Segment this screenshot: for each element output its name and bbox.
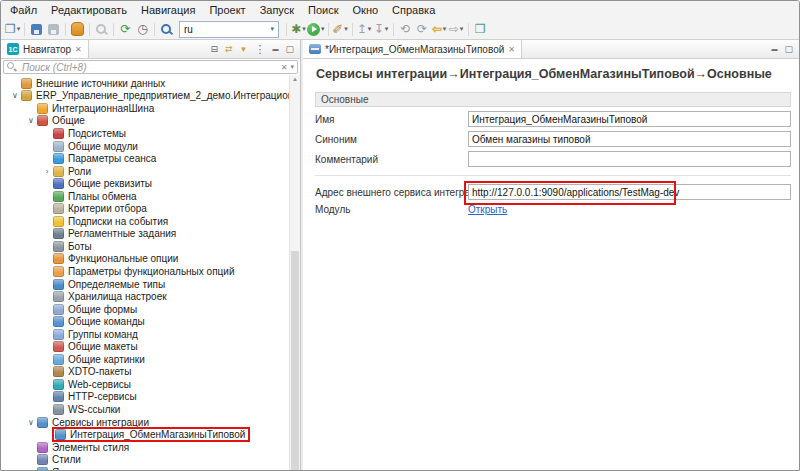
xdto-packages-icon (53, 366, 64, 377)
scroll-up-icon[interactable]: ▲ (290, 76, 300, 82)
back-icon[interactable]: ⟲ (397, 21, 414, 38)
toolbar-separator (65, 23, 66, 36)
tree-expand-arrow-icon[interactable]: ∨ (25, 116, 37, 125)
chevron-down-icon[interactable]: ▾ (290, 63, 294, 71)
tree-item[interactable]: Общие макеты (1, 340, 300, 353)
close-icon[interactable]: ✕ (508, 45, 515, 54)
tree-item[interactable]: › Роли (1, 165, 300, 178)
tree-item[interactable]: Web-сервисы (1, 378, 300, 391)
previous-annotation-icon[interactable]: ↥ (356, 21, 373, 38)
comment-field-label: Комментарий (315, 154, 468, 165)
tree-item[interactable]: Общие модули (1, 140, 300, 153)
tree-item[interactable]: Боты (1, 240, 300, 253)
tree-item[interactable]: Функциональные опции (1, 253, 300, 266)
tree-item[interactable]: Общие команды (1, 315, 300, 328)
open-search-icon[interactable] (158, 21, 175, 38)
maximize-icon[interactable]: ▢ (285, 44, 294, 54)
save-all-icon[interactable] (45, 21, 62, 38)
back-history-icon[interactable]: ⇦ (431, 21, 448, 38)
menu-item[interactable]: Окно (346, 4, 386, 16)
maximize-icon[interactable]: ▢ (784, 44, 793, 54)
run-icon[interactable] (307, 21, 325, 38)
new-wizard-icon[interactable]: ❐ (4, 21, 21, 38)
tree-expand-arrow-icon[interactable]: ∨ (9, 91, 21, 100)
synonym-field[interactable] (468, 131, 791, 147)
tree-item-label: XDTO-пакеты (68, 366, 131, 377)
tree-item[interactable]: ИнтеграционнаяШина (1, 102, 300, 115)
tree-item[interactable]: Общие картинки (1, 353, 300, 366)
forward-icon[interactable]: ⟳ (414, 21, 431, 38)
open-perspective-icon[interactable]: ❐ (472, 21, 489, 38)
tree-item[interactable]: Планы обмена (1, 190, 300, 203)
scheduled-check-icon[interactable]: ◷ (134, 21, 151, 38)
menu-item[interactable]: Навигация (134, 4, 202, 16)
validate-icon[interactable] (93, 21, 110, 38)
update-db-configuration-icon[interactable] (69, 21, 86, 38)
minimize-icon[interactable]: ▬ (272, 46, 278, 52)
open-module-link[interactable]: Открыть (468, 204, 507, 215)
tree-item[interactable]: Общие реквизиты (1, 177, 300, 190)
tree-expand-arrow-icon[interactable]: ∨ (25, 418, 37, 427)
tree-item-content: Общие модули (53, 141, 138, 152)
tree-item[interactable]: Хранилища настроек (1, 290, 300, 303)
tree-item[interactable]: Элементы стиля (1, 441, 300, 454)
check-configuration-icon[interactable]: ⟳ (117, 21, 134, 38)
tree-item[interactable]: WS-ссылки (1, 403, 300, 416)
tree-item[interactable]: Подсистемы (1, 127, 300, 140)
tree-item[interactable]: Интеграция_ОбменМагазиныТиповой (1, 428, 300, 441)
tree-item[interactable]: Параметры сеанса (1, 152, 300, 165)
view-menu-icon[interactable]: ⋮ (254, 43, 265, 56)
close-icon[interactable]: ✕ (75, 45, 82, 54)
tab-integration-service-editor[interactable]: *Интеграция_ОбменМагазиныТиповой ✕ (303, 40, 522, 58)
save-icon[interactable] (28, 21, 45, 38)
link-with-editor-icon[interactable]: ⇄ (225, 44, 233, 54)
filter-icon[interactable]: ▼ (240, 45, 248, 54)
tree-expand-arrow-icon[interactable]: › (41, 167, 53, 176)
menu-item[interactable]: Справка (385, 4, 442, 16)
name-field[interactable] (468, 111, 791, 127)
tree-item-content: Роли (53, 166, 91, 177)
tree-item[interactable]: Внешние источники данных (1, 77, 300, 90)
tree-item[interactable]: HTTP-сервисы (1, 391, 300, 404)
tab-navigator[interactable]: 1С Навигатор ✕ (1, 40, 89, 58)
tree-item[interactable]: XDTO-пакеты (1, 366, 300, 379)
tree-item[interactable]: Подписки на события (1, 215, 300, 228)
clear-search-icon[interactable]: ✕ (281, 63, 288, 72)
menu-item[interactable]: Файл (3, 4, 44, 16)
navigator-view-toolbar: ⊟ ⇄ ▼ ⋮ ▬ ▢ (210, 40, 300, 58)
tree-item[interactable]: Стили (1, 453, 300, 466)
next-annotation-icon[interactable]: ↧ (373, 21, 390, 38)
tree-item[interactable]: Параметры функциональных опций (1, 265, 300, 278)
tree-item-label: Общие модули (68, 141, 138, 152)
tree-item-label: Общие картинки (68, 354, 145, 365)
chevron-down-icon: ▾ (270, 25, 274, 33)
external-service-address-field[interactable] (468, 184, 791, 200)
menu-item[interactable]: Проект (202, 4, 252, 16)
tree-item[interactable]: Определяемые типы (1, 278, 300, 291)
minimize-icon[interactable]: ▬ (771, 46, 777, 52)
tree-item[interactable]: Группы команд (1, 328, 300, 341)
debug-icon[interactable]: ✱ (290, 21, 307, 38)
tree-item[interactable]: ∨ Общие (1, 115, 300, 128)
tree-item-label: WS-ссылки (68, 404, 120, 415)
comment-field[interactable] (468, 151, 791, 167)
1c-logo-icon: 1С (7, 43, 19, 55)
tree-scrollbar[interactable]: ▲ (289, 75, 300, 471)
tree-item-content: Web-сервисы (53, 379, 131, 390)
tree-item[interactable]: ∨ ERP_Управление_предприятием_2_демо.Инт… (1, 90, 300, 103)
language-selector[interactable]: ru ▾ (179, 21, 279, 38)
scrollbar-thumb[interactable] (291, 251, 299, 471)
tree-item[interactable]: › Языки (1, 466, 300, 471)
menu-item[interactable]: Редактировать (44, 4, 134, 16)
forward-history-icon[interactable]: ⇨ (448, 21, 465, 38)
tree-item[interactable]: Общие формы (1, 303, 300, 316)
tree-item-label: Web-сервисы (68, 379, 131, 390)
tree-item-label: ERP_Управление_предприятием_2_демо.Интег… (36, 90, 300, 101)
external-tools-icon[interactable]: ✐ (332, 21, 349, 38)
menu-item[interactable]: Запуск (253, 4, 301, 16)
collapse-all-icon[interactable]: ⊟ (210, 44, 218, 54)
tree-item[interactable]: Регламентные задания (1, 228, 300, 241)
tree-item[interactable]: Критерии отбора (1, 202, 300, 215)
search-input[interactable] (20, 61, 278, 74)
menu-item[interactable]: Поиск (301, 4, 345, 16)
